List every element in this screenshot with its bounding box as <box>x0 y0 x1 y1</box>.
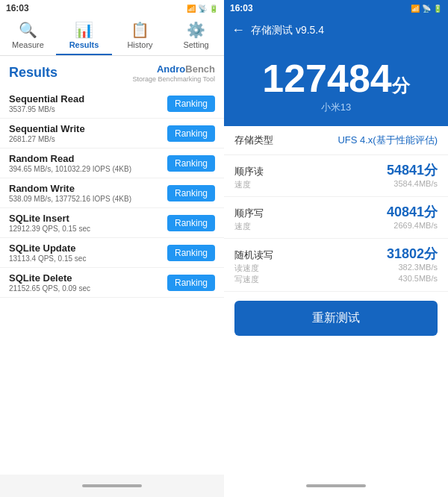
bench-sequential-read: Sequential Read 3537.95 MB/s Ranking <box>0 89 224 119</box>
bench-sqlite-delete-info: SQLite Delete 21152.65 QPS, 0.09 sec <box>9 272 167 293</box>
main-score-row: 127484分 <box>236 59 436 98</box>
detail-random-rw-score: 31802分 <box>387 245 438 263</box>
bench-sequential-write-info: Sequential Write 2681.27 MB/s <box>9 123 167 143</box>
detail-random-rw-sub1: 读速度 382.3MB/s <box>234 263 438 274</box>
bench-sqlite-update-info: SQLite Update 13113.4 QPS, 0.15 sec <box>9 243 167 263</box>
retest-section: 重新测试 <box>224 292 448 345</box>
storage-type-row: 存储类型 UFS 4.x(基于性能评估) <box>224 126 448 155</box>
status-bar-left: 16:03 📶 📡 🔋 <box>0 0 224 16</box>
score-section: 127484分 小米13 <box>224 44 448 126</box>
bench-sqlite-update: SQLite Update 13113.4 QPS, 0.15 sec Rank… <box>0 238 224 268</box>
tab-bar: 🔍 Measure 📊 Results 📋 History ⚙️ Setting <box>0 16 224 56</box>
main-score: 127484 <box>262 57 392 100</box>
right-panel: 16:03 📶 📡 🔋 ← 存储测试 v9.5.4 127484分 小米13 存… <box>224 0 448 497</box>
logo-gray: Bench <box>185 63 215 75</box>
tab-results-label: Results <box>69 40 99 49</box>
tab-measure-label: Measure <box>12 40 44 49</box>
detail-sequential-read-sublabel: 速度 <box>234 179 251 190</box>
detail-random-rw-subvalue1: 382.3MB/s <box>398 263 438 274</box>
left-bottom-bar <box>0 475 224 497</box>
left-panel: 16:03 📶 📡 🔋 🔍 Measure 📊 Results 📋 Histor… <box>0 0 224 497</box>
detail-sequential-read-sub: 速度 3584.4MB/s <box>234 179 438 190</box>
detail-sequential-write-sublabel: 速度 <box>234 221 251 232</box>
detail-random-rw: 随机读写 31802分 读速度 382.3MB/s 写速度 430.5MB/s <box>224 239 448 292</box>
battery-icon: 🔋 <box>209 4 218 13</box>
retest-button[interactable]: 重新测试 <box>234 301 438 336</box>
detail-random-rw-sublabel1: 读速度 <box>234 263 259 274</box>
tab-measure[interactable]: 🔍 Measure <box>0 16 56 55</box>
detail-sequential-write-main: 顺序写 40841分 <box>234 203 438 221</box>
bench-random-read-value: 394.65 MB/s, 101032.29 IOPS (4KB) <box>9 165 167 173</box>
tab-history-label: History <box>127 40 152 49</box>
detail-random-rw-main: 随机读写 31802分 <box>234 245 438 263</box>
storage-type-label: 存储类型 <box>234 134 273 147</box>
status-bar-right: 16:03 📶 📡 🔋 <box>224 0 448 16</box>
bottom-indicator <box>82 484 142 487</box>
bench-random-read-name: Random Read <box>9 153 167 164</box>
right-bottom-indicator <box>306 484 366 487</box>
back-arrow-icon[interactable]: ← <box>231 22 245 38</box>
tab-setting-label: Setting <box>183 40 208 49</box>
left-time: 16:03 <box>6 3 29 13</box>
detail-sequential-read-name: 顺序读 <box>234 165 264 178</box>
detail-sequential-read-main: 顺序读 54841分 <box>234 161 438 179</box>
setting-icon: ⚙️ <box>187 21 205 39</box>
ranking-btn-sequential-read[interactable]: Ranking <box>167 96 215 112</box>
bench-random-read: Random Read 394.65 MB/s, 101032.29 IOPS … <box>0 149 224 178</box>
results-title: Results <box>9 65 57 81</box>
tab-results[interactable]: 📊 Results <box>56 16 112 55</box>
left-status-icons: 📶 📡 🔋 <box>187 4 218 13</box>
bench-sequential-read-name: Sequential Read <box>9 93 167 104</box>
wifi-icon: 📡 <box>198 4 207 13</box>
right-bottom-bar <box>224 475 448 497</box>
detail-random-rw-subvalue2: 430.5MB/s <box>398 274 438 285</box>
measure-icon: 🔍 <box>19 21 37 39</box>
logo-text: AndroBench <box>133 62 215 75</box>
detail-sequential-read-subvalue: 3584.4MB/s <box>393 179 438 190</box>
bench-random-write: Random Write 538.09 MB/s, 137752.16 IOPS… <box>0 178 224 208</box>
bench-sqlite-delete: SQLite Delete 21152.65 QPS, 0.09 sec Ran… <box>0 268 224 298</box>
bench-random-read-info: Random Read 394.65 MB/s, 101032.29 IOPS … <box>9 153 167 173</box>
right-nav: ← 存储测试 v9.5.4 <box>224 16 448 44</box>
bench-sequential-read-value: 3537.95 MB/s <box>9 105 167 113</box>
detail-sequential-write-sub: 速度 2669.4MB/s <box>234 221 438 232</box>
details-section: 存储类型 UFS 4.x(基于性能评估) 顺序读 54841分 速度 3584.… <box>224 126 448 475</box>
bench-sequential-write: Sequential Write 2681.27 MB/s Ranking <box>0 119 224 149</box>
results-header: Results AndroBench Storage Benchmarking … <box>0 56 224 89</box>
detail-sequential-read: 顺序读 54841分 速度 3584.4MB/s <box>224 155 448 197</box>
bench-sequential-read-info: Sequential Read 3537.95 MB/s <box>9 93 167 113</box>
bench-random-write-value: 538.09 MB/s, 137752.16 IOPS (4KB) <box>9 195 167 203</box>
ranking-btn-sqlite-insert[interactable]: Ranking <box>167 215 215 231</box>
bench-sqlite-update-value: 13113.4 QPS, 0.15 sec <box>9 254 167 263</box>
detail-sequential-write-name: 顺序写 <box>234 207 264 220</box>
ranking-btn-sqlite-update[interactable]: Ranking <box>167 245 215 261</box>
right-status-icons: 📶 📡 🔋 <box>411 4 442 13</box>
right-wifi-icon: 📡 <box>422 4 431 13</box>
results-icon: 📊 <box>75 21 93 39</box>
tab-setting[interactable]: ⚙️ Setting <box>168 16 224 55</box>
ranking-btn-random-write[interactable]: Ranking <box>167 185 215 201</box>
bench-sqlite-delete-name: SQLite Delete <box>9 272 167 284</box>
right-sim-icon: 📶 <box>411 4 420 13</box>
ranking-btn-sequential-write[interactable]: Ranking <box>167 125 215 142</box>
logo-blue: Andro <box>157 63 185 75</box>
detail-sequential-write: 顺序写 40841分 速度 2669.4MB/s <box>224 197 448 239</box>
bench-sqlite-update-name: SQLite Update <box>9 243 167 254</box>
detail-sequential-write-subvalue: 2669.4MB/s <box>393 221 438 232</box>
bench-sequential-write-name: Sequential Write <box>9 123 167 134</box>
benchmark-list: Sequential Read 3537.95 MB/s Ranking Seq… <box>0 89 224 475</box>
storage-type-value: UFS 4.x(基于性能评估) <box>337 134 438 147</box>
detail-sequential-read-score: 54841分 <box>387 161 438 179</box>
bench-random-write-name: Random Write <box>9 183 167 194</box>
ranking-btn-sqlite-delete[interactable]: Ranking <box>167 275 215 291</box>
logo-sub: Storage Benchmarking Tool <box>133 75 215 83</box>
detail-random-rw-sub2: 写速度 430.5MB/s <box>234 274 438 285</box>
tab-history[interactable]: 📋 History <box>112 16 168 55</box>
detail-sequential-write-score: 40841分 <box>387 203 438 221</box>
androbench-logo: AndroBench Storage Benchmarking Tool <box>133 62 215 83</box>
bench-sqlite-insert-info: SQLite Insert 12912.39 QPS, 0.15 sec <box>9 213 167 233</box>
ranking-btn-random-read[interactable]: Ranking <box>167 155 215 172</box>
score-unit: 分 <box>392 75 410 96</box>
device-name: 小米13 <box>236 101 436 114</box>
history-icon: 📋 <box>131 21 149 39</box>
